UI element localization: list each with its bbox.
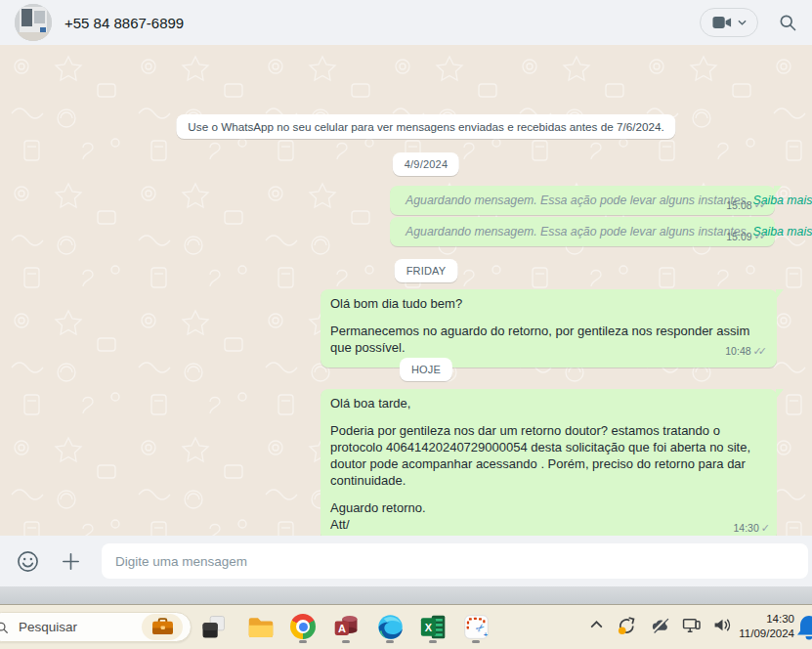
double-check-icon: ✓✓ — [753, 343, 767, 360]
contact-phone-number[interactable]: +55 84 8867-6899 — [64, 15, 184, 31]
windows-taskbar: Pesquisar — [0, 605, 812, 649]
snipping-tool-button[interactable]: ✂ + — [462, 613, 490, 640]
attach-button[interactable] — [60, 550, 82, 573]
tray-chevron-up-icon[interactable] — [588, 617, 605, 633]
task-view-icon — [200, 614, 227, 640]
contact-avatar[interactable] — [15, 4, 52, 41]
message-time: 14:30 — [734, 520, 759, 536]
tray-clock[interactable]: 14:30 11/09/2024 — [739, 612, 794, 641]
message-composer — [0, 536, 812, 586]
message-time: 15:08 — [726, 199, 751, 211]
svg-text:+: + — [484, 630, 488, 637]
file-explorer-button[interactable] — [247, 613, 275, 640]
briefcase-icon — [151, 618, 174, 636]
excel-icon: X — [420, 614, 447, 640]
search-icon — [0, 621, 9, 634]
message-text: Olá boa tarde, — [330, 395, 767, 411]
pending-message-bubble: Aguardando mensagem. Essa ação pode leva… — [390, 186, 775, 215]
message-text: Olá bom dia tudo bem? — [330, 295, 767, 312]
message-meta: 15:08✓✓ — [726, 198, 768, 211]
conversation-panel: Use o WhatsApp no seu celular para ver m… — [0, 45, 812, 536]
video-call-button[interactable] — [700, 8, 758, 37]
date-badge: 4/9/2024 — [393, 152, 459, 176]
file-explorer-icon — [247, 615, 275, 639]
smiley-icon — [16, 549, 40, 574]
message-meta: 14:30✓ — [734, 520, 771, 536]
message-time: 10:48 — [725, 343, 750, 360]
avatar-photo — [15, 4, 52, 41]
svg-text:X: X — [424, 622, 432, 633]
date-badge: FRIDAY — [395, 259, 458, 282]
outgoing-message-bubble: Olá boa tarde, Poderia por gentileza nos… — [321, 389, 777, 536]
message-input[interactable] — [102, 543, 808, 579]
edge-button[interactable] — [376, 613, 404, 640]
message-meta: 15:09✓✓ — [726, 230, 768, 242]
system-banner: Use o WhatsApp no seu celular para ver m… — [176, 114, 675, 139]
single-check-icon: ✓ — [761, 520, 770, 536]
task-view-button[interactable] — [199, 613, 227, 640]
chrome-button[interactable] — [289, 613, 317, 640]
taskbar-search-box[interactable]: Pesquisar — [0, 612, 192, 642]
date-badge: HOJE — [400, 358, 452, 381]
display-device-icon[interactable] — [682, 617, 702, 634]
search-highlight-badge[interactable] — [142, 614, 183, 640]
whatsapp-window: +55 84 8867-6899 — [0, 0, 812, 649]
message-text: Poderia por gentileza nos dar um retorno… — [330, 422, 767, 489]
message-time: 15:09 — [726, 231, 751, 242]
excel-button[interactable]: X — [419, 613, 447, 640]
outgoing-message-bubble: Olá bom dia tudo bem? Permanecemos no ag… — [321, 289, 777, 368]
emoji-button[interactable] — [16, 549, 40, 574]
chrome-icon — [290, 614, 316, 639]
double-check-icon: ✓✓ — [754, 230, 768, 242]
chat-header: +55 84 8867-6899 — [0, 0, 812, 45]
access-icon: A — [333, 614, 360, 640]
taskbar-search-label: Pesquisar — [19, 620, 142, 634]
onedrive-offline-icon[interactable] — [651, 617, 669, 633]
notification-bell-icon[interactable] — [793, 613, 812, 644]
double-check-icon: ✓✓ — [754, 198, 768, 211]
plus-icon — [60, 550, 82, 573]
edge-icon — [377, 614, 404, 640]
message-text: Att/ — [330, 516, 767, 533]
search-icon[interactable] — [778, 13, 797, 32]
message-text: Aguardo retorno. — [330, 499, 767, 516]
tray-time: 14:30 — [739, 612, 794, 627]
message-meta: 10:48✓✓ — [725, 343, 767, 360]
sync-pending-icon[interactable] — [618, 617, 636, 635]
window-edge-strip — [0, 586, 812, 605]
message-text: Permanecemos no aguardo do retorno, por … — [330, 323, 767, 356]
chevron-down-icon — [738, 20, 747, 25]
pending-message-bubble: Aguardando mensagem. Essa ação pode leva… — [390, 217, 775, 246]
video-camera-icon — [712, 16, 732, 29]
access-button[interactable]: A — [332, 613, 360, 640]
snipping-tool-icon: ✂ + — [463, 614, 490, 640]
tray-date: 11/09/2024 — [739, 627, 794, 641]
speaker-icon[interactable] — [713, 617, 732, 633]
svg-text:A: A — [337, 622, 345, 633]
